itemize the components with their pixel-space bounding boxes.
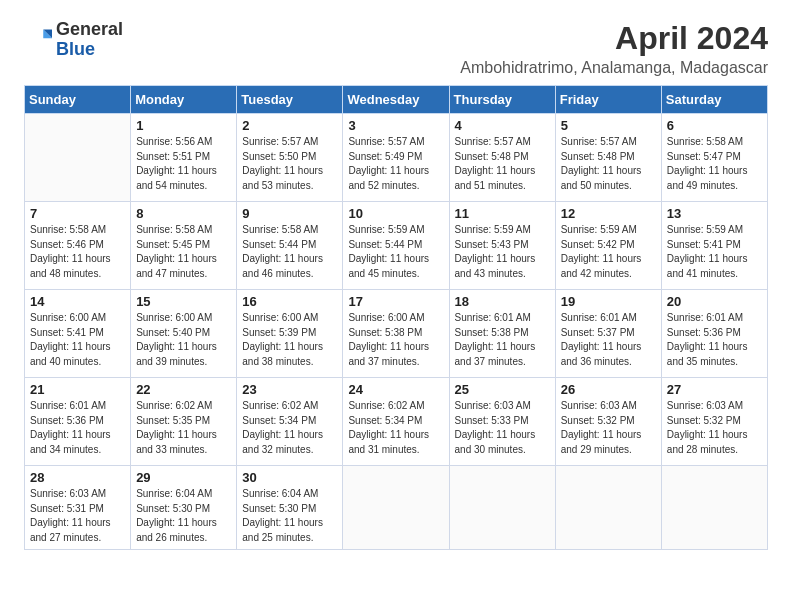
calendar-cell: 8Sunrise: 5:58 AM Sunset: 5:45 PM Daylig… [131,202,237,290]
day-number: 23 [242,382,337,397]
calendar-cell: 28Sunrise: 6:03 AM Sunset: 5:31 PM Dayli… [25,466,131,550]
day-number: 4 [455,118,550,133]
calendar-cell: 9Sunrise: 5:58 AM Sunset: 5:44 PM Daylig… [237,202,343,290]
week-row-3: 14Sunrise: 6:00 AM Sunset: 5:41 PM Dayli… [25,290,768,378]
calendar-cell [449,466,555,550]
day-info: Sunrise: 5:56 AM Sunset: 5:51 PM Dayligh… [136,135,231,193]
day-number: 28 [30,470,125,485]
day-number: 3 [348,118,443,133]
day-number: 10 [348,206,443,221]
day-info: Sunrise: 6:03 AM Sunset: 5:31 PM Dayligh… [30,487,125,545]
column-header-saturday: Saturday [661,86,767,114]
day-number: 16 [242,294,337,309]
day-info: Sunrise: 6:01 AM Sunset: 5:36 PM Dayligh… [667,311,762,369]
day-number: 15 [136,294,231,309]
day-info: Sunrise: 6:02 AM Sunset: 5:35 PM Dayligh… [136,399,231,457]
calendar-cell: 29Sunrise: 6:04 AM Sunset: 5:30 PM Dayli… [131,466,237,550]
day-number: 26 [561,382,656,397]
calendar-cell: 26Sunrise: 6:03 AM Sunset: 5:32 PM Dayli… [555,378,661,466]
calendar-cell: 1Sunrise: 5:56 AM Sunset: 5:51 PM Daylig… [131,114,237,202]
day-info: Sunrise: 6:01 AM Sunset: 5:38 PM Dayligh… [455,311,550,369]
calendar-cell: 11Sunrise: 5:59 AM Sunset: 5:43 PM Dayli… [449,202,555,290]
week-row-5: 28Sunrise: 6:03 AM Sunset: 5:31 PM Dayli… [25,466,768,550]
calendar-cell: 15Sunrise: 6:00 AM Sunset: 5:40 PM Dayli… [131,290,237,378]
day-number: 21 [30,382,125,397]
calendar-cell: 3Sunrise: 5:57 AM Sunset: 5:49 PM Daylig… [343,114,449,202]
logo-general-text: General [56,19,123,39]
day-number: 12 [561,206,656,221]
calendar-cell [555,466,661,550]
calendar-cell: 4Sunrise: 5:57 AM Sunset: 5:48 PM Daylig… [449,114,555,202]
calendar-cell: 25Sunrise: 6:03 AM Sunset: 5:33 PM Dayli… [449,378,555,466]
calendar-table: SundayMondayTuesdayWednesdayThursdayFrid… [24,85,768,550]
day-number: 6 [667,118,762,133]
column-header-sunday: Sunday [25,86,131,114]
calendar-cell: 16Sunrise: 6:00 AM Sunset: 5:39 PM Dayli… [237,290,343,378]
header: General Blue April 2024 Ambohidratrimo, … [24,20,768,77]
day-number: 24 [348,382,443,397]
day-number: 20 [667,294,762,309]
day-info: Sunrise: 5:57 AM Sunset: 5:50 PM Dayligh… [242,135,337,193]
calendar-cell: 10Sunrise: 5:59 AM Sunset: 5:44 PM Dayli… [343,202,449,290]
day-info: Sunrise: 5:58 AM Sunset: 5:46 PM Dayligh… [30,223,125,281]
day-number: 5 [561,118,656,133]
location-subtitle: Ambohidratrimo, Analamanga, Madagascar [460,59,768,77]
day-info: Sunrise: 6:02 AM Sunset: 5:34 PM Dayligh… [242,399,337,457]
day-number: 11 [455,206,550,221]
day-number: 7 [30,206,125,221]
day-info: Sunrise: 6:00 AM Sunset: 5:39 PM Dayligh… [242,311,337,369]
day-number: 29 [136,470,231,485]
title-block: April 2024 Ambohidratrimo, Analamanga, M… [460,20,768,77]
day-number: 17 [348,294,443,309]
day-number: 27 [667,382,762,397]
month-title: April 2024 [460,20,768,57]
column-header-thursday: Thursday [449,86,555,114]
day-number: 22 [136,382,231,397]
day-info: Sunrise: 6:00 AM Sunset: 5:40 PM Dayligh… [136,311,231,369]
day-info: Sunrise: 6:02 AM Sunset: 5:34 PM Dayligh… [348,399,443,457]
calendar-cell: 22Sunrise: 6:02 AM Sunset: 5:35 PM Dayli… [131,378,237,466]
calendar-cell: 27Sunrise: 6:03 AM Sunset: 5:32 PM Dayli… [661,378,767,466]
day-info: Sunrise: 5:58 AM Sunset: 5:47 PM Dayligh… [667,135,762,193]
column-header-wednesday: Wednesday [343,86,449,114]
day-info: Sunrise: 6:03 AM Sunset: 5:33 PM Dayligh… [455,399,550,457]
calendar-cell: 2Sunrise: 5:57 AM Sunset: 5:50 PM Daylig… [237,114,343,202]
calendar-cell: 12Sunrise: 5:59 AM Sunset: 5:42 PM Dayli… [555,202,661,290]
day-info: Sunrise: 5:59 AM Sunset: 5:41 PM Dayligh… [667,223,762,281]
day-number: 8 [136,206,231,221]
day-info: Sunrise: 6:00 AM Sunset: 5:38 PM Dayligh… [348,311,443,369]
day-info: Sunrise: 5:58 AM Sunset: 5:45 PM Dayligh… [136,223,231,281]
calendar-cell: 19Sunrise: 6:01 AM Sunset: 5:37 PM Dayli… [555,290,661,378]
week-row-4: 21Sunrise: 6:01 AM Sunset: 5:36 PM Dayli… [25,378,768,466]
day-info: Sunrise: 6:01 AM Sunset: 5:37 PM Dayligh… [561,311,656,369]
day-number: 25 [455,382,550,397]
calendar-cell: 18Sunrise: 6:01 AM Sunset: 5:38 PM Dayli… [449,290,555,378]
calendar-cell: 24Sunrise: 6:02 AM Sunset: 5:34 PM Dayli… [343,378,449,466]
day-info: Sunrise: 6:00 AM Sunset: 5:41 PM Dayligh… [30,311,125,369]
day-info: Sunrise: 5:59 AM Sunset: 5:43 PM Dayligh… [455,223,550,281]
calendar-cell: 23Sunrise: 6:02 AM Sunset: 5:34 PM Dayli… [237,378,343,466]
calendar-cell [343,466,449,550]
week-row-2: 7Sunrise: 5:58 AM Sunset: 5:46 PM Daylig… [25,202,768,290]
page-container: General Blue April 2024 Ambohidratrimo, … [24,20,768,550]
column-header-friday: Friday [555,86,661,114]
day-number: 1 [136,118,231,133]
day-number: 18 [455,294,550,309]
logo-icon [24,26,52,54]
calendar-cell: 21Sunrise: 6:01 AM Sunset: 5:36 PM Dayli… [25,378,131,466]
calendar-cell: 6Sunrise: 5:58 AM Sunset: 5:47 PM Daylig… [661,114,767,202]
day-info: Sunrise: 6:03 AM Sunset: 5:32 PM Dayligh… [667,399,762,457]
day-info: Sunrise: 5:58 AM Sunset: 5:44 PM Dayligh… [242,223,337,281]
day-number: 2 [242,118,337,133]
header-row: SundayMondayTuesdayWednesdayThursdayFrid… [25,86,768,114]
day-info: Sunrise: 6:04 AM Sunset: 5:30 PM Dayligh… [136,487,231,545]
day-info: Sunrise: 6:03 AM Sunset: 5:32 PM Dayligh… [561,399,656,457]
calendar-cell: 30Sunrise: 6:04 AM Sunset: 5:30 PM Dayli… [237,466,343,550]
day-number: 19 [561,294,656,309]
logo: General Blue [24,20,123,60]
logo-blue-text: Blue [56,39,95,59]
day-info: Sunrise: 5:57 AM Sunset: 5:48 PM Dayligh… [455,135,550,193]
calendar-cell: 20Sunrise: 6:01 AM Sunset: 5:36 PM Dayli… [661,290,767,378]
column-header-tuesday: Tuesday [237,86,343,114]
logo-text: General Blue [56,20,123,60]
